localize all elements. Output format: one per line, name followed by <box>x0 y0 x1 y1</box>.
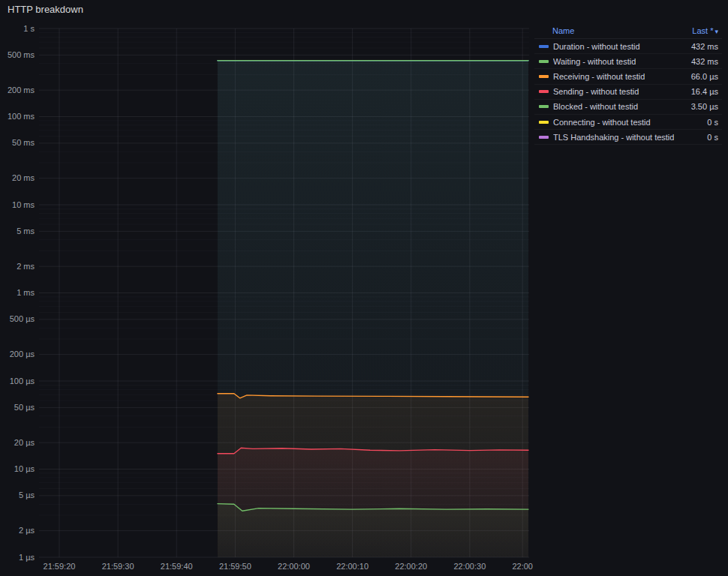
svg-text:200 µs: 200 µs <box>10 350 35 358</box>
series-name[interactable]: Blocked - without testid <box>553 102 638 111</box>
svg-text:10 ms: 10 ms <box>12 200 35 209</box>
legend-row[interactable]: Waiting - without testid432 ms <box>534 54 722 69</box>
svg-text:1 ms: 1 ms <box>17 288 35 297</box>
legend-column-last-label: Last * <box>692 26 713 35</box>
series-name[interactable]: Sending - without testid <box>553 87 639 96</box>
series-name[interactable]: Receiving - without testid <box>553 72 645 81</box>
svg-text:50 µs: 50 µs <box>14 403 35 412</box>
series-name[interactable]: Waiting - without testid <box>553 57 636 66</box>
legend-row[interactable]: Blocked - without testid3.50 µs <box>534 100 722 115</box>
svg-text:2 ms: 2 ms <box>17 262 35 271</box>
y-axis-labels: 1 s500 ms200 ms100 ms50 ms20 ms10 ms5 ms… <box>8 24 35 562</box>
x-axis-labels: 21:59:2021:59:3021:59:4021:59:5022:00:00… <box>44 562 533 571</box>
svg-text:22:00:00: 22:00:00 <box>278 562 310 571</box>
legend-column-last[interactable]: Last * ▾ <box>692 26 718 35</box>
svg-text:50 ms: 50 ms <box>12 138 35 147</box>
svg-text:21:59:40: 21:59:40 <box>161 562 193 571</box>
series-fill-blocked <box>218 504 528 557</box>
svg-text:10 µs: 10 µs <box>14 464 35 473</box>
svg-text:200 ms: 200 ms <box>8 86 35 94</box>
series-color-swatch <box>539 105 549 108</box>
legend-header: Name Last * ▾ <box>534 23 722 39</box>
legend-table: Name Last * ▾ Duration - without testid4… <box>534 23 722 145</box>
svg-text:20 µs: 20 µs <box>14 438 35 447</box>
series-name[interactable]: Duration - without testid <box>553 42 640 51</box>
series-last-value: 0 s <box>701 118 718 127</box>
svg-text:1 s: 1 s <box>23 24 35 33</box>
legend-row[interactable]: Duration - without testid432 ms <box>534 39 722 54</box>
series-color-swatch <box>539 45 549 48</box>
svg-text:500 µs: 500 µs <box>10 314 35 323</box>
series-color-swatch <box>539 90 549 93</box>
svg-text:100 µs: 100 µs <box>10 376 35 386</box>
series-area-fills <box>218 61 528 557</box>
svg-text:22:00:10: 22:00:10 <box>336 562 369 571</box>
svg-text:1 µs: 1 µs <box>19 553 35 562</box>
svg-text:500 ms: 500 ms <box>8 50 35 59</box>
series-last-value: 432 ms <box>685 42 718 51</box>
series-color-swatch <box>539 60 549 63</box>
svg-text:100 ms: 100 ms <box>8 112 35 121</box>
svg-text:2 µs: 2 µs <box>19 526 35 535</box>
legend-row[interactable]: Connecting - without testid0 s <box>534 115 722 130</box>
svg-text:22:00:20: 22:00:20 <box>395 562 427 571</box>
legend-column-name[interactable]: Name <box>552 26 574 35</box>
legend-row[interactable]: TLS Handshaking - without testid0 s <box>534 130 722 145</box>
svg-text:22:00:30: 22:00:30 <box>453 562 486 571</box>
svg-text:21:59:30: 21:59:30 <box>102 562 134 571</box>
legend-rows: Duration - without testid432 msWaiting -… <box>534 39 722 145</box>
legend-row[interactable]: Receiving - without testid66.0 µs <box>534 69 722 84</box>
series-color-swatch <box>539 121 549 124</box>
series-name[interactable]: TLS Handshaking - without testid <box>553 133 674 142</box>
series-last-value: 3.50 µs <box>685 102 718 111</box>
svg-text:22:00: 22:00 <box>512 562 533 571</box>
svg-text:20 ms: 20 ms <box>12 173 35 182</box>
series-last-value: 66.0 µs <box>685 72 718 81</box>
series-color-swatch <box>539 136 549 139</box>
svg-text:5 µs: 5 µs <box>19 490 35 500</box>
svg-text:21:59:50: 21:59:50 <box>219 562 251 571</box>
series-name[interactable]: Connecting - without testid <box>553 118 651 127</box>
series-last-value: 432 ms <box>685 57 718 66</box>
svg-text:5 ms: 5 ms <box>17 226 35 236</box>
sort-desc-icon: ▾ <box>714 28 718 35</box>
svg-text:21:59:20: 21:59:20 <box>44 562 76 571</box>
series-last-value: 0 s <box>701 133 718 142</box>
series-color-swatch <box>539 75 549 78</box>
series-last-value: 16.4 µs <box>685 87 718 96</box>
legend-row[interactable]: Sending - without testid16.4 µs <box>534 85 722 100</box>
